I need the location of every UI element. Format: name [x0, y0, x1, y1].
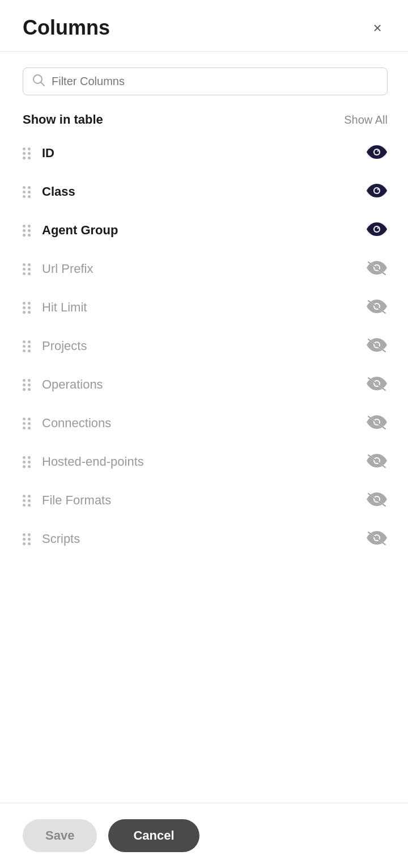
- drag-handle-connections[interactable]: [23, 418, 31, 429]
- panel-header: Columns ×: [0, 0, 408, 52]
- column-label-agent-group: Agent Group: [42, 223, 355, 238]
- svg-point-0: [33, 75, 42, 83]
- column-item-hit-limit: Hit Limit: [23, 288, 388, 327]
- drag-handle-operations[interactable]: [23, 379, 31, 391]
- cancel-button[interactable]: Cancel: [108, 819, 199, 852]
- drag-handle-agent-group[interactable]: [23, 225, 31, 237]
- panel-title: Columns: [23, 16, 110, 40]
- visibility-toggle-projects[interactable]: [366, 337, 388, 355]
- column-item-projects: Projects: [23, 327, 388, 365]
- drag-handle-projects[interactable]: [23, 340, 31, 352]
- footer: Save Cancel: [0, 803, 408, 868]
- svg-point-9: [377, 189, 379, 191]
- drag-handle-file-formats[interactable]: [23, 495, 31, 507]
- column-label-file-formats: File Formats: [42, 493, 355, 508]
- visibility-toggle-url-prefix[interactable]: [366, 260, 388, 278]
- svg-point-13: [377, 227, 379, 229]
- visibility-toggle-operations[interactable]: [366, 376, 388, 394]
- column-item-url-prefix: Url Prefix: [23, 250, 388, 288]
- search-icon: [32, 74, 45, 89]
- column-item-file-formats: File Formats: [23, 481, 388, 520]
- drag-handle-class[interactable]: [23, 186, 31, 198]
- drag-handle-id[interactable]: [23, 148, 31, 159]
- search-input[interactable]: [52, 75, 378, 88]
- save-button[interactable]: Save: [23, 819, 97, 852]
- column-item-scripts: Scripts: [23, 520, 388, 558]
- svg-point-5: [377, 150, 379, 152]
- column-label-hosted-end-points: Hosted-end-points: [42, 454, 355, 469]
- drag-handle-hosted-end-points[interactable]: [23, 456, 31, 468]
- visibility-toggle-hosted-end-points[interactable]: [366, 453, 388, 471]
- column-item-class: Class: [23, 172, 388, 211]
- column-label-operations: Operations: [42, 377, 355, 392]
- column-item-id: ID: [23, 134, 388, 172]
- close-button[interactable]: ×: [367, 18, 388, 38]
- search-box: [23, 68, 388, 95]
- column-item-connections: Connections: [23, 404, 388, 443]
- visibility-toggle-id[interactable]: [366, 144, 388, 162]
- visibility-toggle-file-formats[interactable]: [366, 491, 388, 509]
- column-label-url-prefix: Url Prefix: [42, 262, 355, 276]
- column-label-connections: Connections: [42, 416, 355, 431]
- column-item-operations: Operations: [23, 365, 388, 404]
- show-all-button[interactable]: Show All: [344, 113, 388, 127]
- drag-handle-url-prefix[interactable]: [23, 263, 31, 275]
- drag-handle-hit-limit[interactable]: [23, 302, 31, 314]
- svg-line-1: [41, 83, 45, 86]
- drag-handle-scripts[interactable]: [23, 533, 31, 545]
- visibility-toggle-scripts[interactable]: [366, 530, 388, 548]
- show-in-table-label: Show in table: [23, 112, 103, 127]
- visibility-toggle-agent-group[interactable]: [366, 221, 388, 239]
- column-label-id: ID: [42, 146, 355, 161]
- column-item-hosted-end-points: Hosted-end-points: [23, 443, 388, 481]
- visibility-toggle-hit-limit[interactable]: [366, 298, 388, 317]
- column-label-hit-limit: Hit Limit: [42, 300, 355, 315]
- column-label-class: Class: [42, 184, 355, 199]
- visibility-toggle-class[interactable]: [366, 183, 388, 201]
- column-label-projects: Projects: [42, 339, 355, 353]
- column-item-agent-group: Agent Group: [23, 211, 388, 250]
- columns-panel: Columns × Show in table Show All: [0, 0, 408, 868]
- column-list: ID Class: [0, 134, 408, 803]
- show-in-table-row: Show in table Show All: [0, 101, 408, 134]
- column-label-scripts: Scripts: [42, 532, 355, 546]
- visibility-toggle-connections[interactable]: [366, 414, 388, 432]
- search-area: [0, 52, 408, 101]
